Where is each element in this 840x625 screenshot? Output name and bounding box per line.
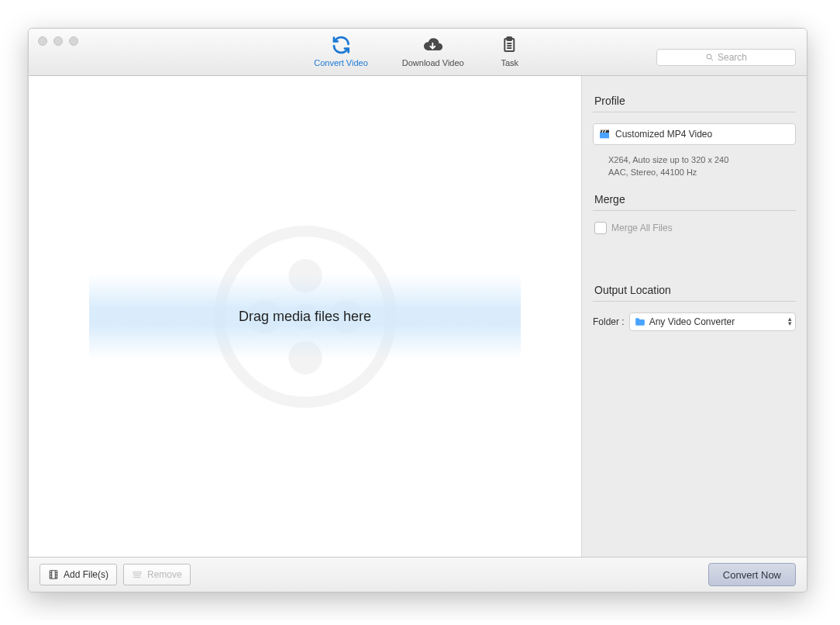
clipboard-icon: [498, 33, 522, 57]
chevron-updown-icon: ▴▾: [788, 317, 792, 326]
profile-line2: AAC, Stereo, 44100 Hz: [608, 167, 796, 179]
profile-line1: X264, Auto size up to 320 x 240: [608, 154, 796, 167]
merge-all-checkbox[interactable]: [594, 222, 607, 234]
divider: [593, 210, 796, 211]
profile-header: Profile: [594, 95, 796, 107]
divider: [593, 301, 796, 302]
merge-all-row[interactable]: Merge All Files: [594, 222, 796, 234]
profile-name: Customized MP4 Video: [615, 129, 712, 140]
minimize-window-button[interactable]: [53, 36, 63, 46]
search-input[interactable]: Search: [656, 49, 796, 66]
cloud-download-icon: [422, 33, 445, 57]
close-window-button[interactable]: [38, 36, 47, 46]
tab-download-video[interactable]: Download Video: [402, 33, 464, 67]
svg-rect-27: [133, 572, 140, 574]
profile-details: X264, Auto size up to 320 x 240 AAC, Ste…: [608, 154, 796, 179]
merge-header: Merge: [594, 193, 796, 205]
clapperboard-icon: [598, 128, 611, 140]
merge-all-label: Merge All Files: [611, 223, 673, 233]
footer-left: Add File(s) Remove: [40, 564, 191, 585]
titlebar: Convert Video Download Video: [29, 29, 807, 76]
profile-selector[interactable]: Customized MP4 Video: [593, 123, 796, 145]
body: Drag media files here Profile Customized…: [29, 76, 807, 557]
tab-convert-video[interactable]: Convert Video: [314, 33, 368, 67]
drop-text: Drag media files here: [239, 309, 371, 325]
output-header: Output Location: [594, 284, 796, 296]
convert-now-button[interactable]: Convert Now: [708, 563, 796, 586]
convert-label: Convert Now: [723, 569, 781, 581]
folder-value: Any Video Converter: [649, 316, 735, 327]
remove-icon: [132, 569, 143, 580]
toolbar-tabs: Convert Video Download Video: [314, 33, 521, 67]
tab-label: Convert Video: [314, 58, 368, 67]
film-icon: [48, 569, 59, 580]
footer: Add File(s) Remove Convert Now: [29, 557, 807, 592]
window-controls: [38, 36, 78, 46]
add-files-button[interactable]: Add File(s): [40, 564, 117, 585]
folder-icon: [635, 317, 645, 326]
svg-point-5: [707, 54, 711, 59]
search-icon: [705, 53, 714, 62]
zoom-window-button[interactable]: [69, 36, 78, 46]
svg-line-6: [711, 58, 713, 60]
tab-label: Download Video: [402, 58, 464, 67]
svg-rect-13: [600, 133, 609, 138]
add-files-label: Add File(s): [64, 569, 108, 580]
remove-button[interactable]: Remove: [123, 564, 191, 585]
search-placeholder: Search: [718, 52, 747, 63]
svg-rect-1: [508, 37, 512, 40]
refresh-icon: [329, 33, 353, 57]
media-drop-area[interactable]: Drag media files here: [29, 76, 582, 557]
output-folder-select[interactable]: Any Video Converter ▴▾: [629, 312, 796, 331]
tab-label: Task: [501, 58, 518, 67]
tab-task[interactable]: Task: [498, 33, 522, 67]
remove-label: Remove: [147, 569, 182, 580]
folder-label: Folder :: [593, 316, 625, 327]
app-window: Convert Video Download Video: [28, 28, 807, 592]
sidebar: Profile Customized MP4 Video X264, Auto …: [582, 76, 807, 557]
folder-row: Folder : Any Video Converter ▴▾: [593, 312, 796, 331]
divider: [593, 112, 796, 112]
